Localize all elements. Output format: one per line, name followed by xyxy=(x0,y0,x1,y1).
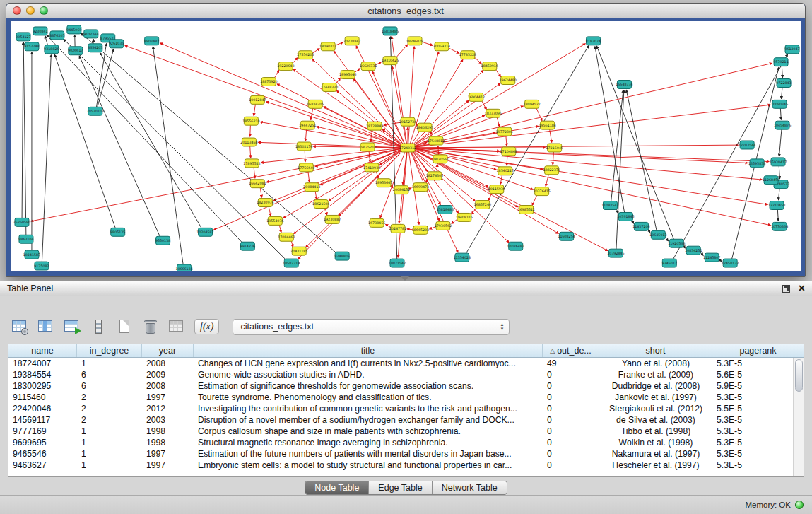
column-header-in-degree[interactable]: in_degree xyxy=(77,344,142,357)
graph-node[interactable]: 10204587 xyxy=(196,228,213,236)
graph-node[interactable]: 18337095 xyxy=(485,109,502,117)
graph-node[interactable]: 17895523 xyxy=(243,159,260,168)
graph-node[interactable]: 16834205 xyxy=(307,100,324,108)
graph-node[interactable]: 10582314 xyxy=(283,259,300,267)
graph-node[interactable]: 16904412 xyxy=(468,93,485,101)
graph-node[interactable]: 18128843 xyxy=(366,122,383,130)
graph-node[interactable]: 19220648 xyxy=(277,62,294,71)
window-titlebar[interactable]: citations_edges.txt xyxy=(6,4,805,18)
graph-node[interactable]: 10241587 xyxy=(23,250,40,259)
graph-node[interactable]: 17104868 xyxy=(500,147,517,156)
graph-node[interactable]: 19408115 xyxy=(456,213,473,221)
graph-node[interactable]: 18873920 xyxy=(260,78,277,86)
column-header-pagerank[interactable]: pagerank xyxy=(712,344,804,357)
export-table-icon[interactable] xyxy=(64,318,81,335)
graph-node[interactable]: 16738456 xyxy=(368,218,385,227)
graph-node[interactable]: 11268450 xyxy=(763,176,779,185)
graph-node[interactable]: 10645913 xyxy=(649,230,666,239)
graph-node[interactable]: 17448220 xyxy=(321,83,338,92)
column-chooser-icon[interactable] xyxy=(37,318,54,335)
graph-node[interactable]: 9570211 xyxy=(773,58,788,66)
table-row[interactable]: 946362711997Embryonic stem cells: a mode… xyxy=(8,460,793,471)
graph-node[interactable]: 20530103 xyxy=(87,107,104,115)
graph-node[interactable]: 19554036 xyxy=(266,216,283,225)
graph-node[interactable]: 13595838 xyxy=(748,159,765,168)
graph-node[interactable]: 11437206 xyxy=(632,222,649,230)
graph-node[interactable]: 18556210 xyxy=(242,117,259,125)
graph-node[interactable]: 9026617 xyxy=(68,47,83,55)
graph-node[interactable]: 20115936 xyxy=(488,185,505,194)
graph-node[interactable]: 9445069 xyxy=(66,25,81,34)
graph-node[interactable]: 20247781 xyxy=(389,224,406,233)
graph-node[interactable]: 11608254 xyxy=(558,232,575,240)
graph-node[interactable]: 8876205 xyxy=(49,31,64,40)
graph-node[interactable]: 9612047 xyxy=(784,45,799,54)
new-table-icon[interactable] xyxy=(116,318,133,335)
import-table-icon[interactable] xyxy=(168,318,185,335)
graph-node[interactable]: 16620331 xyxy=(360,62,377,71)
tab-network-table[interactable]: Network Table xyxy=(433,481,507,494)
graph-node[interactable]: 9261035 xyxy=(109,40,124,48)
graph-node[interactable]: 15818485 xyxy=(382,27,399,35)
graph-node[interactable]: 19624480 xyxy=(500,76,517,85)
column-header-name[interactable]: name xyxy=(8,344,77,357)
table-row[interactable]: 977716911998Corpus callosum shape and si… xyxy=(8,426,793,437)
graph-node[interactable]: 20431185 xyxy=(290,247,307,255)
graph-node[interactable]: 18450916 xyxy=(481,62,498,71)
graph-node[interactable]: 18230974 xyxy=(257,199,273,207)
network-canvas[interactable]: 1724031219012847185562102011345817895523… xyxy=(11,21,801,271)
graph-node[interactable]: 20238847 xyxy=(343,37,360,45)
graph-node[interactable]: 10770364 xyxy=(771,222,788,230)
graph-node[interactable]: 17084462 xyxy=(278,233,295,241)
graph-node[interactable]: 8903482 xyxy=(144,37,159,45)
graph-node[interactable]: 12703544 xyxy=(739,141,755,149)
graph-node[interactable]: 9805135 xyxy=(110,228,125,236)
graph-node[interactable]: 18953647 xyxy=(375,179,392,187)
graph-node[interactable]: 17410936 xyxy=(363,163,380,172)
float-panel-icon[interactable] xyxy=(782,285,790,293)
graph-node[interactable]: 19012847 xyxy=(249,95,266,104)
graph-node[interactable]: 18540223 xyxy=(497,167,514,175)
table-row[interactable]: 911546021997Tourette syndrome. Phenomeno… xyxy=(8,392,793,403)
graph-node[interactable]: 15938417 xyxy=(770,158,787,166)
tab-node-table[interactable]: Node Table xyxy=(305,481,369,494)
graph-node[interactable]: 9248805 xyxy=(335,252,350,260)
graph-node[interactable]: 10666134 xyxy=(175,264,192,271)
graph-node[interactable]: 16985522 xyxy=(518,206,535,214)
network-view[interactable]: 1724031219012847185562102011345817895523… xyxy=(11,21,801,271)
graph-node[interactable]: 25260590 xyxy=(13,218,30,226)
graph-node[interactable]: 9054127 xyxy=(16,33,30,41)
graph-node[interactable]: 9135082 xyxy=(34,262,49,270)
graph-node[interactable]: 20113458 xyxy=(240,138,257,146)
graph-node[interactable]: 9157748 xyxy=(24,42,39,51)
graph-node[interactable]: 16642081 xyxy=(249,180,266,188)
graph-node[interactable]: 20059314 xyxy=(433,42,450,51)
delete-table-icon[interactable] xyxy=(142,318,159,335)
graph-node[interactable]: 18090312 xyxy=(319,42,336,51)
table-row[interactable]: 1456911722003Disruption of a novel membe… xyxy=(8,414,793,426)
graph-node[interactable]: 10391845 xyxy=(617,212,634,221)
graph-node[interactable]: 19230887 xyxy=(324,215,341,223)
graph-node[interactable]: 15818486 xyxy=(437,206,454,214)
graph-node[interactable]: 19561184 xyxy=(539,121,555,129)
graph-node[interactable]: 11245807 xyxy=(703,253,720,262)
graph-node[interactable]: 20084152 xyxy=(393,186,410,194)
table-row[interactable]: 969969511998Structural magnetic resonanc… xyxy=(8,437,793,448)
table-settings-icon[interactable] xyxy=(11,318,28,335)
graph-node[interactable]: 10392845 xyxy=(607,249,624,257)
table-row[interactable]: 1938455462009Genome-wide association stu… xyxy=(8,369,793,380)
graph-node[interactable]: 17548812 xyxy=(428,136,445,145)
graph-node[interactable]: 9318826 xyxy=(44,45,59,54)
graph-node[interactable]: 9230841 xyxy=(33,27,47,35)
graph-node[interactable]: 11354028 xyxy=(454,253,471,262)
graph-node[interactable]: 9102344 xyxy=(83,30,98,38)
function-builder-icon[interactable]: f(x) xyxy=(194,319,219,334)
graph-node[interactable]: 17930562 xyxy=(435,221,452,230)
graph-node[interactable]: 17785228 xyxy=(459,51,476,59)
graph-node[interactable]: 8183074 xyxy=(586,37,601,45)
table-scrollbar[interactable] xyxy=(793,358,804,476)
graph-node[interactable]: 18995046 xyxy=(339,71,356,79)
graph-node[interactable]: 8654203 xyxy=(88,44,102,52)
column-header-short[interactable]: short xyxy=(599,344,712,357)
scrollbar-thumb[interactable] xyxy=(795,359,803,392)
